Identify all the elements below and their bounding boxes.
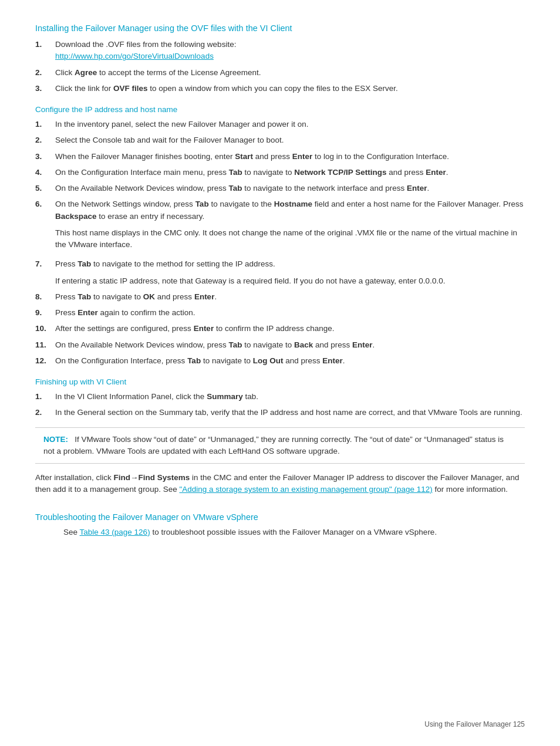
config-step-8: Press Tab to navigate to OK and press En… [35, 291, 525, 303]
config-step-4: On the Configuration Interface main menu… [35, 167, 525, 178]
troubleshoot-content: See Table 43 (page 126) to troubleshoot … [63, 528, 525, 536]
config-step-12-content: On the Configuration Interface, press Ta… [55, 355, 525, 367]
troubleshoot-section: Troubleshooting the Failover Manager on … [35, 512, 525, 536]
config-step-7-note: If entering a static IP address, note th… [55, 275, 525, 287]
finishing-step-2: In the General section on the Summary ta… [35, 407, 525, 418]
main-steps-list: Download the .OVF files from the followi… [35, 39, 525, 94]
config-step-5: On the Available Network Devices window,… [35, 183, 525, 194]
configure-steps-list: In the inventory panel, select the new F… [35, 119, 525, 367]
page-footer: Using the Failover Manager 125 [424, 720, 525, 728]
config-step-7-content: Press Tab to navigate to the method for … [55, 258, 525, 287]
finishing-steps-list: In the VI Client Information Panel, clic… [35, 391, 525, 419]
config-step-3-content: When the Failover Manager finishes booti… [55, 151, 525, 163]
config-step-9: Press Enter again to confirm the action. [35, 307, 525, 319]
main-section: Installing the Failover Manager using th… [35, 23, 525, 496]
main-step-3: Click the link for OVF files to open a w… [35, 83, 525, 94]
troubleshoot-end: to troubleshoot possible issues with the… [150, 528, 437, 536]
main-step-2: Click Agree to accept the terms of the L… [35, 67, 525, 79]
troubleshoot-table-link[interactable]: Table 43 (page 126) [80, 528, 150, 536]
config-step-8-content: Press Tab to navigate to OK and press En… [55, 291, 525, 303]
config-step-2-content: Select the Console tab and wait for the … [55, 134, 525, 146]
note-label: NOTE: [43, 435, 68, 444]
config-step-9-content: Press Enter again to confirm the action. [55, 307, 525, 319]
config-step-6: On the Network Settings window, press Ta… [35, 198, 525, 254]
config-step-10: After the settings are configured, press… [35, 323, 525, 335]
config-step-2: Select the Console tab and wait for the … [35, 134, 525, 146]
config-step-7: Press Tab to navigate to the method for … [35, 258, 525, 287]
footer-text: Using the Failover Manager 125 [424, 720, 525, 728]
troubleshoot-title: Troubleshooting the Failover Manager on … [35, 512, 525, 522]
ovf-download-link[interactable]: http://www.hp.com/go/StoreVirtualDownloa… [55, 52, 214, 60]
config-step-6-content: On the Network Settings window, press Ta… [55, 198, 525, 254]
main-step-3-content: Click the link for OVF files to open a w… [55, 83, 525, 94]
config-step-6-note: This host name displays in the CMC only.… [55, 227, 525, 251]
main-section-title: Installing the Failover Manager using th… [35, 23, 525, 33]
config-step-10-content: After the settings are configured, press… [55, 323, 525, 335]
finishing-step-2-content: In the General section on the Summary ta… [55, 407, 525, 418]
config-step-11-content: On the Available Network Devices window,… [55, 339, 525, 351]
config-step-3: When the Failover Manager finishes booti… [35, 151, 525, 163]
config-step-4-content: On the Configuration Interface main menu… [55, 167, 525, 178]
config-step-1: In the inventory panel, select the new F… [35, 119, 525, 130]
finishing-step-1: In the VI Client Information Panel, clic… [35, 391, 525, 403]
after-install-paragraph: After installation, click Find→Find Syst… [35, 472, 525, 496]
config-step-5-content: On the Available Network Devices window,… [55, 183, 525, 194]
finishing-step-1-content: In the VI Client Information Panel, clic… [55, 391, 525, 403]
note-box: NOTE: If VMware Tools show “out of date”… [35, 427, 525, 464]
config-step-12: On the Configuration Interface, press Ta… [35, 355, 525, 367]
configure-subtitle: Configure the IP address and host name [35, 105, 525, 114]
note-text: If VMware Tools show “out of date” or “U… [43, 435, 504, 455]
finishing-subtitle: Finishing up with VI Client [35, 377, 525, 386]
main-step-2-content: Click Agree to accept the terms of the L… [55, 67, 525, 79]
config-step-1-content: In the inventory panel, select the new F… [55, 119, 525, 130]
config-step-11: On the Available Network Devices window,… [35, 339, 525, 351]
management-group-link[interactable]: "Adding a storage system to an existing … [179, 485, 432, 494]
main-step-1-content: Download the .OVF files from the followi… [55, 39, 525, 63]
main-step-1: Download the .OVF files from the followi… [35, 39, 525, 63]
